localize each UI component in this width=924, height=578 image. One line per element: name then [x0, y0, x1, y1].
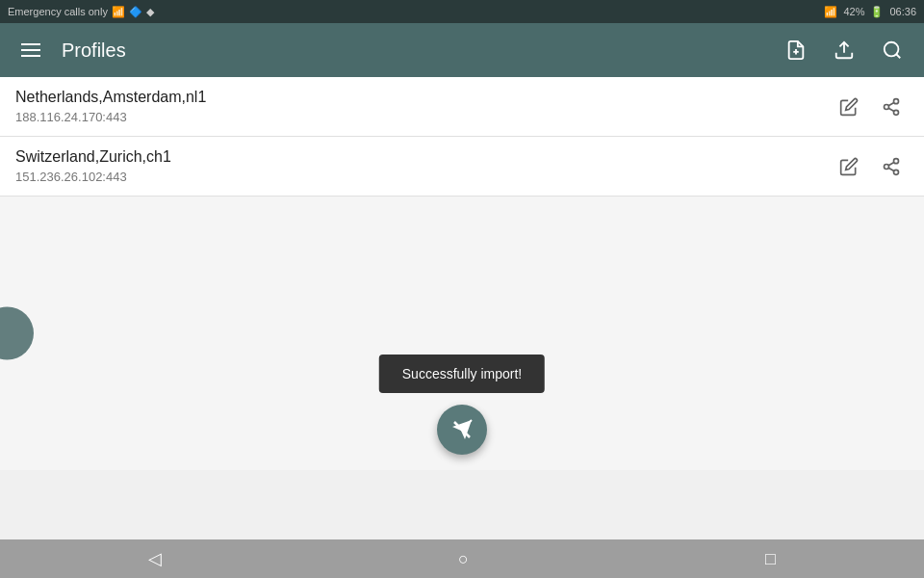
profile-item-1: Netherlands,Amsterdam,nl1 188.116.24.170…: [0, 77, 924, 137]
menu-button[interactable]: [15, 38, 46, 63]
svg-line-13: [888, 168, 894, 171]
fab-button[interactable]: [437, 405, 487, 455]
svg-point-12: [894, 170, 899, 174]
status-right: 📶 42% 🔋 06:36: [824, 6, 916, 18]
profile-name-2: Switzerland,Zurich,ch1: [15, 148, 832, 166]
diamond-icon: ◆: [146, 6, 154, 18]
profile-actions-2: [832, 149, 909, 184]
profile-actions-1: [832, 90, 909, 124]
svg-point-6: [885, 104, 889, 109]
profile-address-1: 188.116.24.170:443: [15, 110, 832, 124]
svg-point-7: [894, 110, 899, 115]
recents-icon: □: [765, 549, 776, 569]
svg-line-14: [888, 162, 894, 165]
edit-button-1[interactable]: [832, 90, 866, 124]
page-title: Profiles: [62, 39, 764, 62]
profile-address-2: 151.236.26.102:443: [15, 170, 832, 184]
share-button-2[interactable]: [874, 149, 909, 184]
left-circle-decoration: [0, 307, 34, 360]
svg-line-4: [896, 54, 900, 58]
toast-message: Successfully import!: [379, 355, 545, 393]
toast-text: Successfully import!: [402, 366, 522, 381]
back-button[interactable]: ◁: [133, 544, 177, 573]
back-icon: ◁: [148, 548, 162, 569]
edit-button-2[interactable]: [832, 149, 866, 184]
hamburger-line2: [21, 49, 40, 51]
svg-point-3: [885, 42, 899, 57]
home-button[interactable]: ○: [443, 545, 484, 573]
send-icon: [450, 418, 474, 441]
main-content: Netherlands,Amsterdam,nl1 188.116.24.170…: [0, 77, 924, 197]
search-button[interactable]: [876, 34, 909, 66]
add-document-button[interactable]: [780, 34, 812, 66]
svg-point-11: [885, 164, 889, 169]
wifi-icon: 📶: [824, 6, 837, 18]
recents-button[interactable]: □: [750, 545, 791, 573]
nav-bar: ◁ ○ □: [0, 539, 924, 578]
battery-icon: 🔋: [870, 6, 884, 18]
status-bar: Emergency calls only 📶 🔷 ◆ 📶 42% 🔋 06:36: [0, 0, 924, 23]
upload-button[interactable]: [828, 34, 860, 66]
app-bar: Profiles: [0, 23, 924, 77]
svg-line-8: [888, 108, 894, 111]
status-left: Emergency calls only 📶 🔷 ◆: [8, 6, 154, 18]
profile-info-1: Netherlands,Amsterdam,nl1 188.116.24.170…: [15, 89, 832, 124]
battery-percent: 42%: [843, 6, 864, 17]
share-button-1[interactable]: [874, 90, 909, 124]
profile-info-2: Switzerland,Zurich,ch1 151.236.26.102:44…: [15, 148, 832, 184]
empty-area: Successfully import!: [0, 197, 924, 470]
svg-point-5: [894, 98, 899, 103]
clock: 06:36: [889, 6, 916, 17]
hamburger-line3: [21, 55, 40, 57]
profile-item-2: Switzerland,Zurich,ch1 151.236.26.102:44…: [0, 137, 924, 197]
emergency-text: Emergency calls only: [8, 6, 108, 17]
profile-name-1: Netherlands,Amsterdam,nl1: [15, 89, 832, 106]
sim-icon: 🔷: [129, 6, 142, 18]
home-icon: ○: [458, 549, 469, 569]
svg-point-10: [894, 158, 899, 163]
hamburger-line1: [21, 43, 40, 45]
svg-line-9: [888, 102, 894, 105]
signal-icon: 📶: [112, 6, 125, 18]
